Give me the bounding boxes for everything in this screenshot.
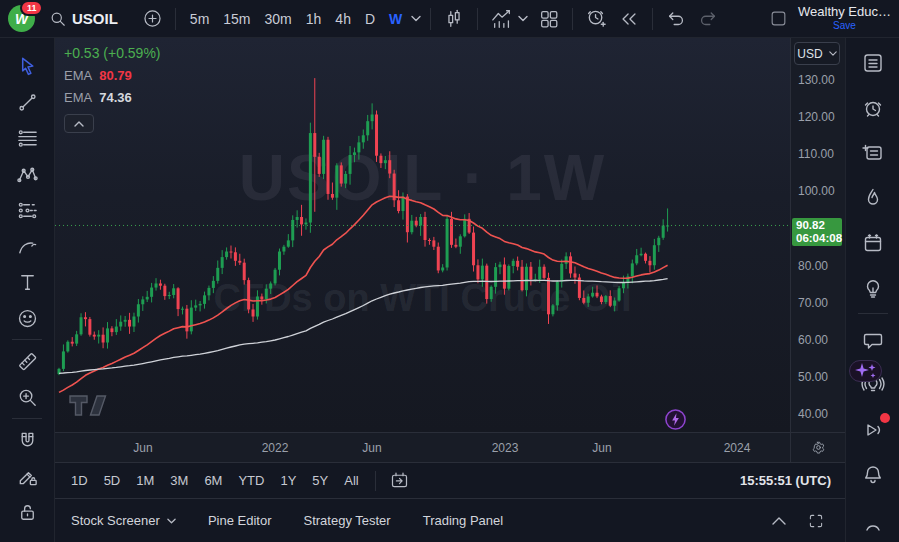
date-range-bar: 1D5D1M3M6MYTD1Y5YAll 15:55:51 (UTC) (55, 462, 845, 498)
notifications-button[interactable] (846, 452, 899, 497)
tab-label: Stock Screener (71, 513, 160, 528)
drawing-toolbar (0, 38, 55, 542)
range-6m[interactable]: 6M (196, 469, 230, 492)
goto-date-button[interactable] (384, 466, 415, 495)
tool-drawing-lock[interactable] (0, 458, 54, 494)
chat-icon (861, 328, 885, 352)
timeframe-w[interactable]: W (382, 7, 409, 31)
ideas-bulb-icon (861, 276, 885, 300)
tool-lock-all[interactable] (0, 494, 54, 530)
tool-cursor[interactable] (0, 48, 54, 84)
partial-bottom-icon (861, 508, 885, 532)
tool-forecast[interactable] (0, 192, 54, 228)
save-link[interactable]: Save (798, 20, 891, 32)
xabcd-pattern-icon (16, 163, 39, 186)
cursor-icon (16, 55, 39, 78)
layout-grid-button[interactable] (533, 4, 565, 34)
chat-button[interactable] (846, 317, 899, 362)
drawing-lock-icon (16, 465, 39, 488)
range-ytd[interactable]: YTD (230, 469, 272, 492)
ideas-button[interactable] (846, 266, 899, 311)
chart-style-button[interactable] (438, 4, 470, 34)
alerts-button[interactable] (846, 86, 899, 131)
layout-name-block[interactable]: Wealthy Educ… Save (798, 5, 891, 31)
symbol-search-button[interactable]: USOIL (43, 5, 123, 33)
tool-brush[interactable] (0, 228, 54, 264)
undo-icon (665, 8, 687, 30)
currency-dropdown[interactable]: USD (794, 42, 840, 65)
tool-magnet[interactable] (0, 422, 54, 458)
price-scale[interactable]: USD 90.82 06:04:08 130.00120.00110.00100… (790, 38, 845, 432)
range-3m[interactable]: 3M (162, 469, 196, 492)
panel-collapse-icon[interactable] (771, 516, 787, 526)
indicator-row[interactable]: EMA 74.36 (64, 90, 161, 105)
legend-collapse-button[interactable] (64, 114, 94, 133)
chart-canvas[interactable]: USOIL · 1W CFDs on WTI Crude Oil +0.53 (… (55, 38, 790, 432)
tab-label: Pine Editor (208, 513, 272, 528)
price-tick: 100.00 (798, 184, 835, 198)
bar-replay-button[interactable] (613, 4, 645, 34)
range-all[interactable]: All (336, 469, 366, 492)
app-logo[interactable]: W 11 (8, 5, 35, 32)
streams-button[interactable] (846, 407, 899, 452)
range-5y[interactable]: 5Y (304, 469, 336, 492)
timeframe-1h[interactable]: 1h (299, 7, 329, 31)
timeframe-5m[interactable]: 5m (183, 7, 216, 31)
last-price-badge: 90.82 06:04:08 (792, 218, 842, 246)
range-buttons: 1D5D1M3M6MYTD1Y5YAll (63, 469, 367, 492)
time-axis-labels[interactable]: Jun2022Jun2023Jun2024 (55, 433, 790, 462)
create-alert-button[interactable] (580, 3, 613, 34)
interval-menu-button[interactable] (409, 11, 423, 26)
add-symbol-icon (142, 8, 163, 29)
tool-fib-retracement[interactable] (0, 120, 54, 156)
redo-button[interactable] (692, 4, 724, 34)
magnet-icon (16, 429, 39, 452)
timeframe-15m[interactable]: 15m (216, 7, 257, 31)
indicator-row[interactable]: EMA 80.79 (64, 68, 161, 83)
tool-measure[interactable] (0, 343, 54, 379)
price-tick: 130.00 (798, 73, 835, 87)
timeframe-4h[interactable]: 4h (328, 7, 358, 31)
chevron-down-icon (167, 518, 176, 524)
tool-zoom-in[interactable] (0, 379, 54, 415)
timeframe-30m[interactable]: 30m (258, 7, 299, 31)
timeframe-d[interactable]: D (358, 7, 382, 31)
range-1d[interactable]: 1D (63, 469, 96, 492)
tool-text[interactable] (0, 264, 54, 300)
tab-strategy-tester[interactable]: Strategy Tester (303, 513, 390, 528)
range-5d[interactable]: 5D (96, 469, 129, 492)
chart-area: USOIL · 1W CFDs on WTI Crude Oil +0.53 (… (55, 38, 845, 462)
range-1m[interactable]: 1M (128, 469, 162, 492)
ai-assistant-badge[interactable] (849, 360, 882, 382)
indicators-chevron-icon (518, 15, 528, 22)
indicators-icon (490, 8, 514, 30)
tool-xabcd-pattern[interactable] (0, 156, 54, 192)
hotlist-flame-icon (861, 186, 885, 210)
watchlist-button[interactable] (846, 41, 899, 86)
ruler-icon (16, 350, 39, 373)
panel-expand-icon[interactable] (807, 512, 825, 530)
top-toolbar: W 11 USOIL 5m15m30m1h4hDW (0, 0, 899, 38)
tab-trading-panel[interactable]: Trading Panel (423, 513, 503, 528)
utc-clock[interactable]: 15:55:51 (UTC) (740, 473, 837, 488)
save-layout-area[interactable]: Wealthy Educ… Save (769, 5, 893, 31)
axis-settings-corner[interactable] (790, 433, 845, 462)
hotlists-button[interactable] (846, 176, 899, 221)
more-button-partial[interactable] (846, 497, 899, 542)
journal-button[interactable] (846, 131, 899, 176)
undo-button[interactable] (660, 4, 692, 34)
compare-add-button[interactable] (137, 4, 168, 33)
tab-pine-editor[interactable]: Pine Editor (208, 513, 272, 528)
toolbar-separator (652, 8, 653, 30)
lightning-event-icon[interactable] (664, 408, 687, 431)
tool-trend-line[interactable] (0, 84, 54, 120)
calendar-button[interactable] (846, 221, 899, 266)
tool-emoji[interactable] (0, 300, 54, 336)
panel-controls (771, 512, 829, 530)
notification-count-badge: 11 (20, 0, 43, 16)
tab-stock-screener[interactable]: Stock Screener (71, 513, 176, 528)
range-1y[interactable]: 1Y (272, 469, 304, 492)
chevron-up-icon (74, 121, 84, 127)
indicators-button[interactable] (485, 4, 533, 34)
tradingview-logo[interactable] (68, 390, 110, 418)
